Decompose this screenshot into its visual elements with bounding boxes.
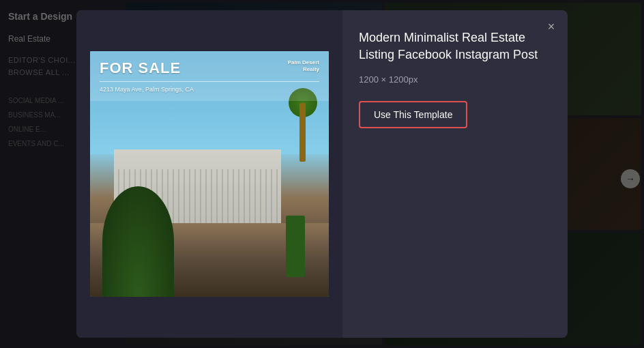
- template-title: Modern Minimalist Real Estate Listing Fa…: [359, 29, 551, 63]
- use-template-button[interactable]: Use This Template: [359, 101, 467, 128]
- modal-info-panel: Modern Minimalist Real Estate Listing Fa…: [342, 10, 568, 338]
- template-preview-modal: × FOR SALE: [76, 10, 568, 338]
- modal-close-button[interactable]: ×: [542, 17, 561, 36]
- real-estate-card: FOR SALE 4213 Maya Ave, Palm Springs, CA…: [90, 51, 329, 297]
- modal-overlay: × FOR SALE: [0, 0, 644, 348]
- palm-trunk: [299, 103, 305, 162]
- plants: [102, 186, 174, 297]
- brand-line2: Realty: [288, 66, 319, 73]
- property-address: 4213 Maya Ave, Palm Springs, CA: [100, 86, 319, 93]
- card-header-overlay: FOR SALE 4213 Maya Ave, Palm Springs, CA…: [90, 51, 329, 101]
- template-dimensions: 1200 × 1200px: [359, 74, 551, 85]
- card-divider: [100, 81, 319, 82]
- modal-preview-panel: FOR SALE 4213 Maya Ave, Palm Springs, CA…: [76, 10, 342, 338]
- for-sale-text: FOR SALE: [100, 59, 319, 77]
- template-preview-image: FOR SALE 4213 Maya Ave, Palm Springs, CA…: [90, 51, 329, 297]
- brand-name: Palm Desert Realty: [288, 59, 319, 74]
- brand-line1: Palm Desert: [288, 59, 319, 66]
- cactus: [286, 216, 305, 277]
